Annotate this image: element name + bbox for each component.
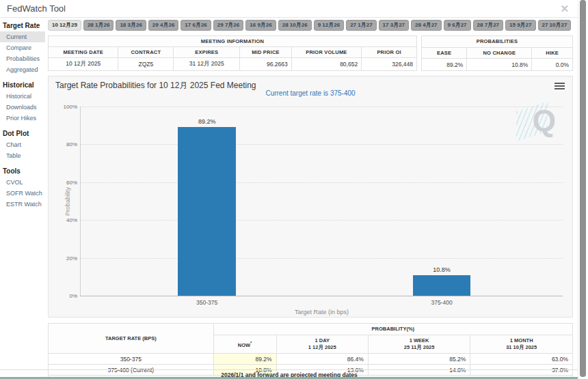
mid-price-value: 96.2663 [240,58,291,71]
sidebar-section-historical: Historical [3,81,45,89]
y-tick-label: 60% [66,179,77,185]
sidebar-item-downloads[interactable]: Downloads [0,102,45,113]
bar-350-375[interactable]: 89.2% [178,127,236,296]
sidebar-item-table[interactable]: Table [0,150,45,161]
watermark-q-letter: Q [533,104,556,138]
table-row: 350-375 89.2% 86.4% 85.2% 63.0% [49,354,573,365]
ease-value: 89.2% [422,59,467,71]
y-tick-label: 40% [66,217,77,223]
month-prob-cell: 63.0% [470,354,573,365]
sidebar-item-sofr-watch[interactable]: SOFR Watch [0,188,45,199]
tab-meeting-date[interactable]: 9 12月26 [314,20,344,31]
gridline [81,220,563,221]
gridline [81,258,563,259]
col-prior-volume: PRIOR VOLUME [291,47,361,58]
prior-volume-value: 80,652 [291,58,361,71]
week-prob-cell: 85.2% [368,354,470,365]
meeting-info-title: MEETING INFORMATION [49,36,417,47]
sidebar-item-aggregated[interactable]: Aggregated [0,64,45,75]
meeting-information-table: MEETING INFORMATION MEETING DATE CONTRAC… [48,36,417,71]
sidebar-item-chart[interactable]: Chart [0,139,45,150]
meeting-info-row: 10 12月 2025 ZQZ5 31 12月 2025 96.2663 80,… [49,58,417,71]
gridline [81,107,563,107]
tab-meeting-date[interactable]: 28 10月26 [278,20,312,31]
bar-value-label: 89.2% [178,118,236,125]
sidebar-item-cvol[interactable]: CVOL [0,177,45,188]
col-contract: CONTRACT [118,47,174,58]
meeting-date-value: 10 12月 2025 [49,58,118,71]
tab-meeting-date[interactable]: 27 10月27 [538,20,572,31]
sidebar-item-historical[interactable]: Historical [0,91,45,102]
bar-375-400[interactable]: 10.8% [413,275,471,296]
x-tick-label: 350-375 [196,299,217,306]
fedwatch-app: FedWatch Tool ✕ Target Rate Current Comp… [0,0,588,379]
col-1-day: 1 DAY1 12月 2025 [276,335,368,354]
gridline [81,182,563,183]
main-content: 10 12月25 28 1月26 18 3月26 29 4月26 17 6月26… [48,20,573,379]
col-group-probability: PROBABILITY(%) [213,324,572,335]
col-meeting-date: MEETING DATE [49,47,118,58]
x-axis-title: Target Rate (in bps) [81,309,563,315]
sidebar-item-estr-watch[interactable]: ESTR Watch [0,199,45,210]
no-change-value: 10.8% [467,59,532,71]
sidebar-section-tools: Tools [3,167,45,175]
tab-meeting-date[interactable]: 15 9月27 [505,20,535,31]
probability-detail-table: TARGET RATE (BPS) PROBABILITY(%) NOW* 1 … [48,323,573,379]
tab-meeting-date[interactable]: 10 12月25 [48,20,81,31]
scrollbar-thumb[interactable] [580,0,586,377]
rate-range-cell: 350-375 [49,354,214,365]
probabilities-row: 89.2% 10.8% 0.0% [422,59,573,71]
meeting-date-tabs: 10 12月25 28 1月26 18 3月26 29 4月26 17 6月26… [48,20,573,31]
sidebar-item-current[interactable]: Current [0,31,45,42]
tab-meeting-date[interactable]: 29 4月26 [148,20,178,31]
day-prob-cell: 86.4% [276,354,368,365]
tab-meeting-date[interactable]: 18 3月26 [116,20,146,31]
col-prior-oi: PRIOR OI [362,47,417,58]
tab-meeting-date[interactable]: 17 6月26 [181,20,211,31]
tab-meeting-date[interactable]: 17 3月27 [379,20,409,31]
tab-meeting-date[interactable]: 29 7月26 [213,20,243,31]
col-1-month: 1 MONTH31 10月 2025 [470,335,573,354]
tab-meeting-date[interactable]: 28 4月27 [411,20,441,31]
page-title: FedWatch Tool [7,3,66,14]
probabilities-title: PROBABILITIES [422,36,573,48]
app-header: FedWatch Tool ✕ [0,0,578,18]
sidebar: Target Rate Current Compare Probabilitie… [0,20,45,210]
y-tick-label: 0% [69,293,77,299]
col-now-asterisk: * [250,340,252,345]
probability-chart: Target Rate Probabilities for 10 12月 202… [48,76,573,318]
col-ease: EASE [422,47,467,59]
quikstrike-watermark: Q [522,102,557,143]
gridline [81,144,563,145]
sidebar-item-compare[interactable]: Compare [0,42,45,53]
contract-value: ZQZ5 [118,58,174,71]
hike-value: 0.0% [532,59,573,71]
tab-meeting-date[interactable]: 16 9月26 [245,20,276,31]
y-axis-title: Probability [64,186,71,215]
y-tick-label: 80% [66,141,77,148]
sidebar-item-prior-hikes[interactable]: Prior Hikes [0,113,45,124]
col-expires: EXPIRES [174,47,240,58]
bar-value-label: 10.8% [413,266,471,273]
col-now: NOW* [213,335,276,354]
scrollbar-track[interactable] [578,0,588,379]
y-tick-label: 100% [64,104,77,110]
tab-meeting-date[interactable]: 27 1月27 [346,20,376,31]
tab-meeting-date[interactable]: 28 1月26 [83,20,113,31]
sidebar-section-dot-plot: Dot Plot [3,130,45,137]
close-icon[interactable]: ✕ [560,3,569,14]
chart-plot-area: 100% 80% 60% 40% 20% 0% 89.2% 10.8% 350-… [80,107,563,296]
col-hike: HIKE [532,47,573,59]
now-prob-cell: 89.2% [213,354,276,365]
footer-divider [0,369,578,370]
chart-subtitle: Current target rate is 375-400 [49,89,572,97]
sidebar-section-target-rate: Target Rate [3,22,45,29]
col-mid-price: MID PRICE [240,47,291,58]
sidebar-item-probabilities[interactable]: Probabilities [0,53,45,64]
prior-oi-value: 326,448 [362,58,417,71]
watermark-hatch [516,102,548,142]
y-tick-label: 20% [66,255,77,261]
tab-meeting-date[interactable]: 28 7月27 [473,20,503,31]
tab-meeting-date[interactable]: 9 6月27 [444,20,471,31]
info-tables-row: MEETING INFORMATION MEETING DATE CONTRAC… [48,36,573,71]
